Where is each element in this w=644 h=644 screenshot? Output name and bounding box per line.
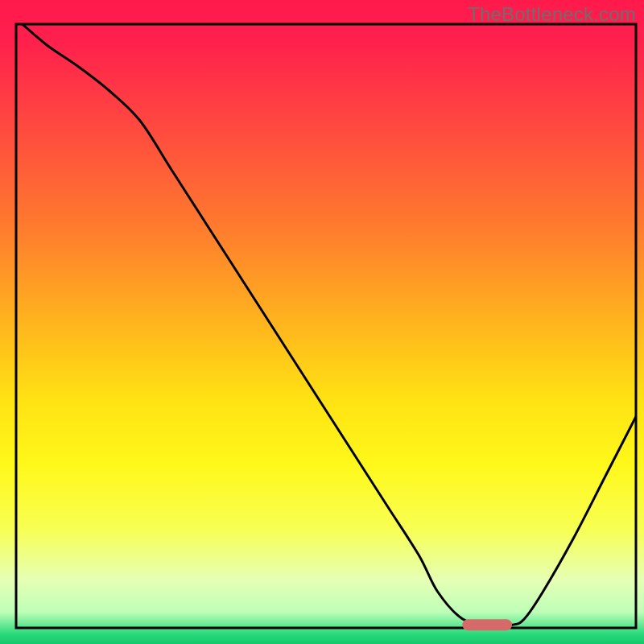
watermark-text: TheBottleneck.com: [468, 3, 636, 26]
optimal-marker: [462, 619, 512, 630]
chart-svg: [0, 0, 644, 644]
bottleneck-chart: TheBottleneck.com: [0, 0, 644, 644]
chart-background-gradient: [0, 0, 644, 644]
